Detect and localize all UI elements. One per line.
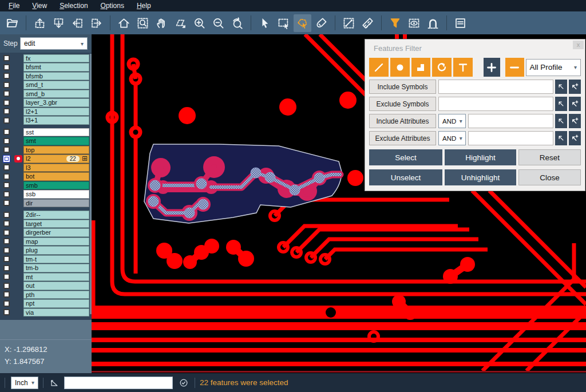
reset-button[interactable]: Reset [518, 149, 581, 165]
sync-icon[interactable] [177, 377, 190, 389]
layer-checkbox[interactable] [3, 173, 10, 180]
layer-name[interactable]: bot [23, 172, 89, 181]
feature-type-text-icon[interactable] [453, 58, 473, 77]
pick-icon[interactable] [555, 80, 567, 94]
view-area-icon[interactable] [405, 14, 423, 32]
pick-icon[interactable] [555, 131, 567, 145]
measure-line-icon[interactable] [340, 14, 358, 32]
layer-indicator-slot[interactable] [13, 98, 23, 107]
exclude-attributes-button[interactable]: Exclude Attributes [369, 131, 436, 145]
layer-name[interactable]: l3+1 [23, 116, 89, 125]
rect-select-icon[interactable] [275, 14, 292, 32]
layer-name[interactable]: dir [23, 199, 89, 208]
layer-name[interactable]: bfsmb [23, 72, 89, 81]
layer-name[interactable]: l3 [23, 164, 89, 172]
operator-select[interactable]: AND▾ [438, 131, 466, 145]
layer-indicator-slot[interactable] [13, 63, 23, 72]
pick-add-icon[interactable] [569, 97, 581, 111]
layer-indicator-slot[interactable] [13, 246, 23, 255]
layer-name[interactable]: plug [23, 246, 89, 255]
include-attributes-button[interactable]: Include Attributes [369, 114, 436, 128]
layer-name[interactable]: mt [23, 273, 89, 282]
menu-file[interactable]: File [2, 0, 26, 11]
layer-name[interactable]: sst [23, 128, 89, 137]
layer-checkbox[interactable] [3, 64, 10, 70]
step-select[interactable]: edit ▾ [20, 37, 88, 50]
layer-checkbox[interactable] [3, 220, 10, 227]
exclude-symbols-button[interactable]: Exclude Symbols [369, 97, 436, 111]
feature-type-surface-icon[interactable] [411, 58, 431, 77]
feature-type-arc-icon[interactable] [432, 58, 452, 77]
layer-name[interactable]: dirgerber [23, 228, 89, 237]
layer-indicator-slot[interactable] [13, 290, 23, 299]
layer-checkbox[interactable] [3, 90, 10, 97]
add-icon[interactable] [484, 58, 500, 77]
layer-indicator-slot[interactable] [13, 72, 23, 80]
profile-select[interactable]: All Profile▾ [526, 59, 581, 76]
unselect-button[interactable]: Unselect [369, 169, 442, 185]
select-arrow-icon[interactable] [256, 14, 274, 32]
layer-checkbox[interactable] [3, 229, 10, 236]
layer-indicator-slot[interactable] [13, 255, 23, 263]
highlight-button[interactable]: Highlight [445, 149, 516, 165]
include-attributes-input[interactable] [468, 114, 553, 128]
layer-name[interactable]: via [23, 308, 89, 317]
menu-help[interactable]: Help [130, 0, 157, 11]
close-button[interactable]: Close [518, 169, 581, 185]
home-view-icon[interactable] [115, 14, 133, 32]
layer-checkbox[interactable] [3, 146, 10, 153]
layer-checkbox[interactable] [3, 200, 10, 206]
layer-indicator-slot[interactable] [13, 282, 23, 290]
layer-checkbox[interactable] [3, 100, 10, 106]
feature-type-line-icon[interactable] [369, 58, 389, 77]
layer-indicator-slot[interactable] [13, 237, 23, 246]
pick-icon[interactable] [555, 97, 567, 111]
layer-indicator-slot[interactable] [13, 89, 23, 98]
ruler-icon[interactable] [359, 14, 377, 32]
layer-indicator-slot[interactable] [13, 145, 23, 154]
layer-checkbox[interactable] [3, 82, 10, 88]
exclude-symbols-input[interactable] [438, 97, 553, 111]
layer-checkbox[interactable] [3, 117, 10, 124]
layer-indicator-slot[interactable] [13, 54, 23, 62]
zoom-window-icon[interactable] [134, 14, 152, 32]
layer-indicator-slot[interactable] [13, 264, 23, 272]
layer-checkbox[interactable] [3, 73, 10, 79]
snap-icon[interactable] [424, 14, 442, 32]
zoom-in-icon[interactable] [191, 14, 208, 32]
layer-name[interactable]: tm-b [23, 264, 89, 272]
layer-indicator-slot[interactable] [13, 107, 23, 116]
menu-selection[interactable]: Selection [53, 0, 94, 11]
layer-name[interactable]: smt [23, 137, 89, 145]
polygon-select-icon[interactable] [294, 14, 311, 32]
layer-name[interactable]: pth [23, 291, 89, 299]
layer-name[interactable]: smd_t [23, 81, 89, 89]
layer-name[interactable]: ssb [23, 190, 89, 199]
layer-name[interactable]: layer_3.gbr [23, 98, 89, 107]
layer-checkbox[interactable] [3, 309, 10, 315]
layer-name[interactable]: npt [23, 299, 89, 308]
zoom-previous-icon[interactable] [228, 14, 246, 32]
layer-indicator-slot[interactable] [13, 211, 23, 219]
layer-indicator-slot[interactable] [13, 299, 23, 308]
layer-checkbox[interactable] [3, 129, 10, 135]
layer-name[interactable]: smd_b [23, 90, 89, 98]
layer-checkbox[interactable] [3, 300, 10, 307]
remove-icon[interactable] [505, 58, 524, 77]
active-layer-indicator[interactable] [13, 155, 23, 163]
layer-name[interactable]: l222⊞ [23, 155, 89, 163]
pan-hand-icon[interactable] [153, 14, 171, 32]
layer-checkbox[interactable] [3, 182, 10, 188]
layer-name[interactable]: fx [23, 54, 89, 63]
pan-left-icon[interactable] [69, 14, 86, 32]
pan-up-icon[interactable] [31, 14, 49, 32]
layer-indicator-slot[interactable] [13, 181, 23, 189]
open-folder-icon[interactable] [3, 14, 21, 32]
layer-indicator-slot[interactable] [13, 308, 23, 316]
layer-name[interactable]: smb [23, 181, 89, 190]
corner-angle-icon[interactable] [48, 377, 61, 389]
layer-indicator-slot[interactable] [13, 81, 23, 89]
layer-checkbox[interactable] [3, 108, 10, 114]
layer-name[interactable]: l2+1 [23, 108, 89, 116]
layers-panel-icon[interactable] [452, 14, 469, 32]
